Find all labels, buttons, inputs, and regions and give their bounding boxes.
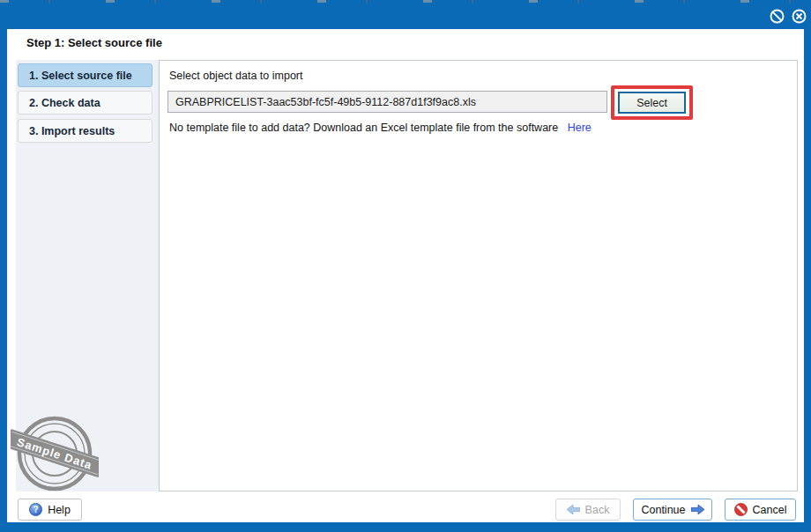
back-button[interactable]: Back	[555, 499, 621, 521]
select-button-label: Select	[636, 97, 667, 109]
source-file-path-input[interactable]	[167, 91, 607, 113]
prohibition-icon	[734, 503, 748, 516]
back-button-label: Back	[585, 504, 610, 516]
continue-button[interactable]: Continue	[633, 499, 712, 521]
sidebar-item-check-data[interactable]: 2. Check data	[18, 91, 153, 115]
continue-button-label: Continue	[641, 504, 685, 516]
cancel-button[interactable]: Cancel	[725, 499, 796, 521]
select-object-data-label: Select object data to import	[169, 70, 302, 82]
help-question-icon: ?	[29, 503, 42, 516]
background-window-edge	[0, 0, 811, 3]
step-label: 2. Check data	[29, 97, 100, 109]
step-label: 1. Select source file	[29, 70, 132, 82]
arrow-right-icon	[691, 505, 704, 514]
cancel-button-label: Cancel	[753, 504, 787, 516]
template-hint-row: No template file to add data? Download a…	[169, 122, 592, 134]
arrow-left-icon	[567, 505, 580, 514]
help-button[interactable]: ? Help	[18, 499, 82, 521]
download-template-link[interactable]: Here	[568, 122, 592, 134]
sidebar-item-import-results[interactable]: 3. Import results	[18, 119, 153, 143]
close-icon[interactable]	[792, 9, 807, 24]
step-label: 3. Import results	[29, 125, 115, 137]
help-button-label: Help	[48, 504, 71, 516]
page-title: Step 1: Select source file	[26, 36, 162, 49]
sidebar-item-select-source-file[interactable]: 1. Select source file	[18, 63, 153, 87]
select-file-button[interactable]: Select	[618, 92, 686, 114]
import-wizard-window: Step 1: Select source file 1. Select sou…	[0, 0, 811, 532]
sample-data-stamp: Sample Data	[11, 410, 99, 499]
disable-icon[interactable]	[770, 9, 785, 24]
template-hint-text: No template file to add data? Download a…	[169, 122, 558, 134]
